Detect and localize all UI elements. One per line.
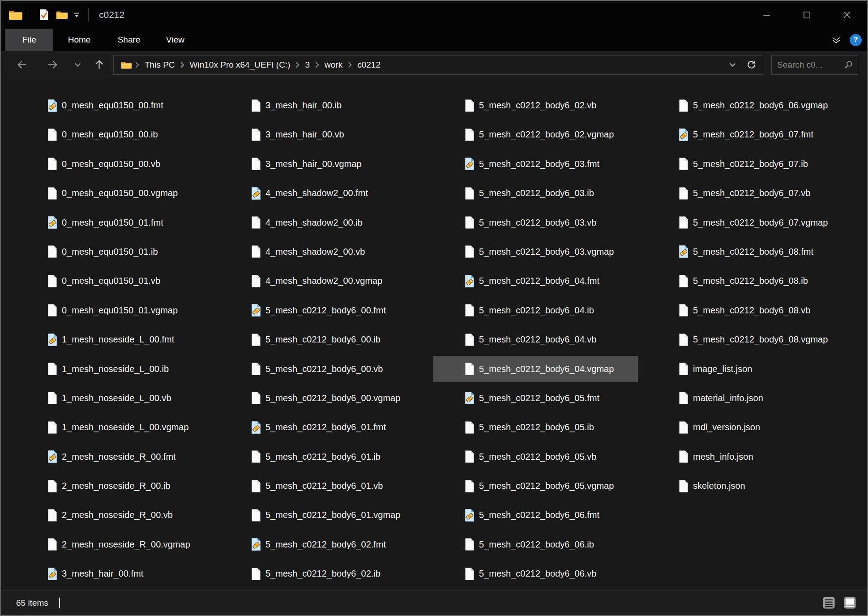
file-item[interactable]: material_info.json (647, 385, 852, 411)
file-item[interactable]: 2_mesh_noseside_R_00.vgmap (16, 531, 221, 558)
file-item[interactable]: 5_mesh_c0212_body6_01.vgmap (220, 502, 424, 528)
address-bar[interactable]: This PC Win10x Pro x64_UEFI (C:) 3 work … (113, 55, 763, 75)
file-item[interactable]: 1_mesh_noseside_L_00.vb (16, 385, 221, 411)
file-item[interactable]: 5_mesh_c0212_body6_03.fmt (433, 151, 638, 177)
minimize-button[interactable] (746, 1, 787, 29)
tab-view[interactable]: View (161, 29, 190, 51)
file-item[interactable]: 5_mesh_c0212_body6_00.vb (220, 356, 424, 382)
file-item[interactable]: 3_mesh_hair_00.ib (220, 92, 424, 119)
file-item[interactable]: 5_mesh_c0212_body6_00.ib (220, 326, 424, 353)
qat-new-folder-button[interactable] (53, 4, 71, 25)
file-item[interactable]: 3_mesh_hair_00.vb (220, 121, 424, 148)
file-item[interactable]: 5_mesh_c0212_body6_03.vb (433, 210, 638, 236)
file-item[interactable]: 5_mesh_c0212_body6_01.ib (220, 444, 424, 470)
file-item[interactable]: 0_mesh_equ0150_01.fmt (16, 210, 221, 236)
file-item[interactable]: 5_mesh_c0212_body6_02.vb (433, 92, 638, 119)
qat-properties-button[interactable] (35, 4, 53, 25)
file-item[interactable]: 5_mesh_c0212_body6_07.fmt (647, 121, 852, 148)
file-item[interactable]: 5_mesh_c0212_body6_05.ib (433, 414, 638, 441)
file-item[interactable]: 5_mesh_c0212_body6_02.vgmap (433, 121, 638, 148)
back-button[interactable] (12, 55, 32, 75)
file-item[interactable]: 5_mesh_c0212_body6_01.vb (220, 473, 424, 499)
file-item[interactable]: 5_mesh_c0212_body6_04.vgmap (433, 356, 638, 382)
file-name: 5_mesh_c0212_body6_08.fmt (693, 247, 813, 257)
breadcrumb-chevron-icon[interactable] (135, 62, 139, 68)
file-item[interactable]: skeleton.json (647, 473, 852, 499)
file-item[interactable]: image_list.json (647, 356, 852, 382)
details-view-button[interactable] (821, 595, 836, 611)
file-item[interactable]: 5_mesh_c0212_body6_06.ib (433, 531, 638, 558)
file-name: 5_mesh_c0212_body6_06.vgmap (693, 100, 828, 111)
file-item[interactable]: 4_mesh_shadow2_00.vb (220, 239, 424, 265)
file-item[interactable]: 1_mesh_noseside_L_00.vgmap (16, 414, 221, 441)
help-button[interactable]: ? (850, 34, 862, 46)
breadcrumb-segment[interactable]: c0212 (355, 60, 383, 70)
file-item[interactable]: 5_mesh_c0212_body6_03.ib (433, 180, 638, 206)
file-item[interactable]: 5_mesh_c0212_body6_02.fmt (220, 531, 424, 558)
close-button[interactable] (827, 1, 867, 29)
file-item[interactable]: 5_mesh_c0212_body6_08.vb (647, 297, 852, 324)
file-item[interactable]: 2_mesh_noseside_R_00.vb (16, 502, 221, 528)
tab-file[interactable]: File (5, 29, 53, 51)
file-item[interactable]: 1_mesh_noseside_L_00.ib (16, 356, 221, 382)
file-item[interactable]: 5_mesh_c0212_body6_05.vgmap (433, 473, 638, 499)
file-item[interactable]: 0_mesh_equ0150_01.ib (16, 239, 221, 265)
file-item[interactable]: mdl_version.json (647, 414, 852, 441)
file-item[interactable]: 3_mesh_hair_00.fmt (16, 560, 221, 587)
file-item[interactable]: 5_mesh_c0212_body6_08.ib (647, 268, 852, 294)
file-item[interactable]: 5_mesh_c0212_body6_07.ib (647, 151, 852, 177)
file-item[interactable]: 5_mesh_c0212_body6_05.vb (433, 444, 638, 470)
file-item[interactable]: 5_mesh_c0212_body6_04.vb (433, 326, 638, 353)
file-item[interactable]: 5_mesh_c0212_body6_00.fmt (220, 297, 424, 324)
file-item[interactable]: 5_mesh_c0212_body6_08.vgmap (647, 326, 852, 353)
breadcrumb-chevron-icon[interactable] (295, 62, 299, 68)
file-item[interactable]: 0_mesh_equ0150_00.vb (16, 151, 221, 177)
refresh-button[interactable] (743, 56, 759, 73)
file-item[interactable]: 5_mesh_c0212_body6_04.fmt (433, 268, 638, 294)
file-item[interactable]: 4_mesh_shadow2_00.fmt (220, 180, 424, 206)
file-item[interactable]: 5_mesh_c0212_body6_00.vgmap (220, 385, 424, 411)
file-item[interactable]: 5_mesh_c0212_body6_03.vgmap (433, 239, 638, 265)
file-item[interactable]: 5_mesh_c0212_body6_04.ib (433, 297, 638, 324)
file-item[interactable]: 0_mesh_equ0150_00.ib (16, 121, 221, 148)
file-item[interactable]: 5_mesh_c0212_body6_06.fmt (433, 502, 638, 528)
large-icons-view-button[interactable] (842, 595, 857, 611)
file-item[interactable]: 4_mesh_shadow2_00.vgmap (220, 268, 424, 294)
file-item[interactable]: 0_mesh_equ0150_01.vb (16, 268, 221, 294)
maximize-button[interactable] (787, 1, 827, 29)
tab-home[interactable]: Home (62, 29, 96, 51)
file-item[interactable]: 2_mesh_noseside_R_00.ib (16, 473, 221, 499)
file-item[interactable]: 1_mesh_noseside_L_00.fmt (16, 326, 221, 353)
search-icon[interactable] (844, 60, 853, 69)
breadcrumb-chevron-icon[interactable] (315, 62, 319, 68)
tab-share[interactable]: Share (113, 29, 145, 51)
file-item[interactable]: 5_mesh_c0212_body6_08.fmt (647, 239, 852, 265)
file-item[interactable]: 5_mesh_c0212_body6_05.fmt (433, 385, 638, 411)
breadcrumb-segment[interactable]: work (322, 60, 345, 70)
address-history-dropdown[interactable] (724, 56, 740, 73)
collapse-ribbon-button[interactable] (830, 35, 842, 45)
up-button[interactable] (89, 55, 109, 75)
search-input[interactable] (772, 60, 842, 70)
breadcrumb-segment[interactable]: This PC (142, 60, 177, 70)
file-item[interactable]: 0_mesh_equ0150_01.vgmap (16, 297, 221, 324)
file-item[interactable]: 4_mesh_shadow2_00.ib (220, 210, 424, 236)
file-item[interactable]: 5_mesh_c0212_body6_07.vgmap (647, 210, 852, 236)
recent-locations-dropdown[interactable] (69, 55, 86, 75)
breadcrumb-chevron-icon[interactable] (180, 62, 184, 68)
breadcrumb-segment[interactable]: 3 (303, 60, 312, 70)
file-item[interactable]: 5_mesh_c0212_body6_02.ib (220, 560, 424, 587)
file-item[interactable]: 5_mesh_c0212_body6_07.vb (647, 180, 852, 206)
file-item[interactable]: mesh_info.json (647, 444, 852, 470)
breadcrumb-chevron-icon[interactable] (348, 62, 352, 68)
breadcrumb-segment[interactable]: Win10x Pro x64_UEFI (C:) (188, 60, 293, 70)
file-item[interactable]: 5_mesh_c0212_body6_01.fmt (220, 414, 424, 441)
qat-customize-dropdown[interactable] (71, 4, 82, 25)
file-item[interactable]: 5_mesh_c0212_body6_06.vgmap (647, 92, 852, 119)
file-item[interactable]: 3_mesh_hair_00.vgmap (220, 151, 424, 177)
forward-button[interactable] (43, 55, 62, 75)
file-item[interactable]: 5_mesh_c0212_body6_06.vb (433, 560, 638, 587)
file-item[interactable]: 2_mesh_noseside_R_00.fmt (16, 444, 221, 470)
file-item[interactable]: 0_mesh_equ0150_00.fmt (16, 92, 221, 119)
file-item[interactable]: 0_mesh_equ0150_00.vgmap (16, 180, 221, 206)
